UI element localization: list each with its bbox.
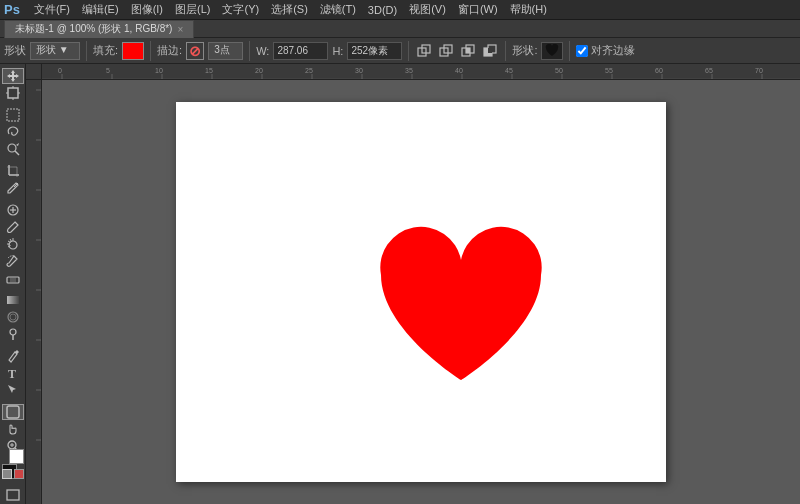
- text-tool[interactable]: T: [2, 365, 24, 381]
- menu-filter[interactable]: 滤镜(T): [314, 1, 362, 18]
- path-exclude-button[interactable]: [481, 42, 499, 60]
- menu-window[interactable]: 窗口(W): [452, 1, 504, 18]
- quick-mask-off[interactable]: [2, 469, 12, 479]
- quick-mask-on[interactable]: [14, 469, 24, 479]
- menu-image[interactable]: 图像(I): [125, 1, 169, 18]
- artboard-tool[interactable]: [2, 85, 24, 101]
- menu-help[interactable]: 帮助(H): [504, 1, 553, 18]
- svg-line-17: [15, 151, 19, 155]
- svg-text:15: 15: [205, 67, 213, 74]
- svg-point-32: [10, 329, 16, 335]
- svg-text:45: 45: [505, 67, 513, 74]
- left-toolbar: T: [0, 64, 26, 504]
- shape-picker-preview[interactable]: [541, 42, 563, 60]
- tab-bar: 未标题-1 @ 100% (形状 1, RGB/8*) ×: [0, 20, 800, 38]
- quick-select-tool[interactable]: [2, 141, 24, 157]
- stroke-label: 描边:: [157, 43, 182, 58]
- blur-tool[interactable]: [2, 309, 24, 325]
- eraser-tool[interactable]: [2, 270, 24, 286]
- tab-close-icon[interactable]: ×: [177, 24, 183, 35]
- svg-text:50: 50: [555, 67, 563, 74]
- screen-mode-icon[interactable]: [2, 484, 24, 504]
- canvas-area: 0 5 10 15 20 25 30 35 40: [26, 64, 800, 504]
- separator-5: [505, 41, 506, 61]
- lasso-tool[interactable]: [2, 124, 24, 140]
- svg-text:40: 40: [455, 67, 463, 74]
- svg-text:30: 30: [355, 67, 363, 74]
- shape-mode-label: 形状: [4, 43, 26, 58]
- screen-mode-btn[interactable]: [2, 484, 24, 504]
- menu-edit[interactable]: 编辑(E): [76, 1, 125, 18]
- fill-label: 填充:: [93, 43, 118, 58]
- dodge-tool[interactable]: [2, 326, 24, 342]
- menu-text[interactable]: 文字(Y): [216, 1, 265, 18]
- stroke-pts-button[interactable]: 3点: [208, 42, 243, 60]
- path-subtract-button[interactable]: [437, 42, 455, 60]
- fill-color-swatch[interactable]: [122, 42, 144, 60]
- align-edges-area: 对齐边缘: [576, 43, 635, 58]
- svg-rect-35: [7, 406, 19, 418]
- stroke-color-swatch[interactable]: ⊘: [186, 42, 204, 60]
- svg-text:25: 25: [305, 67, 313, 74]
- svg-rect-15: [7, 109, 19, 121]
- gradient-tool[interactable]: [2, 292, 24, 308]
- tab-label: 未标题-1 @ 100% (形状 1, RGB/8*): [15, 22, 172, 36]
- svg-text:70: 70: [755, 67, 763, 74]
- svg-rect-40: [7, 490, 19, 500]
- eyedropper-tool[interactable]: [2, 180, 24, 196]
- svg-text:35: 35: [405, 67, 413, 74]
- menu-select[interactable]: 选择(S): [265, 1, 314, 18]
- separator-1: [86, 41, 87, 61]
- align-edges-label: 对齐边缘: [591, 43, 635, 58]
- svg-rect-29: [7, 296, 19, 304]
- main-area: T: [0, 64, 800, 504]
- path-combine-button[interactable]: [415, 42, 433, 60]
- history-brush-tool[interactable]: [2, 253, 24, 269]
- svg-point-16: [8, 144, 16, 152]
- svg-rect-28: [10, 277, 16, 283]
- svg-rect-9: [488, 48, 492, 53]
- ruler-top: 0 5 10 15 20 25 30 35 40: [42, 64, 800, 80]
- shape-mode-button[interactable]: 形状 ▼: [30, 42, 80, 60]
- canvas-document: [176, 102, 666, 482]
- svg-point-26: [9, 241, 17, 249]
- hand-tool[interactable]: [2, 421, 24, 437]
- menu-file[interactable]: 文件(F): [28, 1, 76, 18]
- menu-3d[interactable]: 3D(D): [362, 3, 403, 17]
- svg-text:20: 20: [255, 67, 263, 74]
- svg-text:60: 60: [655, 67, 663, 74]
- ruler-left: 0: [26, 80, 42, 504]
- marquee-tool[interactable]: [2, 107, 24, 123]
- align-edges-checkbox[interactable]: [576, 45, 588, 57]
- svg-text:65: 65: [705, 67, 713, 74]
- path-select-tool[interactable]: [2, 382, 24, 398]
- shape-tool[interactable]: [2, 404, 24, 420]
- pen-tool[interactable]: [2, 348, 24, 364]
- svg-point-31: [10, 314, 16, 320]
- width-input[interactable]: [273, 42, 328, 60]
- svg-rect-6: [466, 48, 470, 53]
- svg-text:55: 55: [605, 67, 613, 74]
- background-color[interactable]: [9, 449, 24, 464]
- canvas-viewport: [42, 80, 800, 504]
- svg-text:5: 5: [106, 67, 110, 74]
- separator-2: [150, 41, 151, 61]
- clone-stamp-tool[interactable]: [2, 236, 24, 252]
- heal-tool[interactable]: [2, 202, 24, 218]
- shape-label-2: 形状:: [512, 43, 537, 58]
- height-input[interactable]: [347, 42, 402, 60]
- menu-bar: Ps 文件(F) 编辑(E) 图像(I) 图层(L) 文字(Y) 选择(S) 滤…: [0, 0, 800, 20]
- crop-tool[interactable]: [2, 163, 24, 179]
- app-logo: Ps: [4, 2, 20, 17]
- brush-tool[interactable]: [2, 219, 24, 235]
- move-tool[interactable]: [2, 68, 24, 84]
- svg-rect-10: [8, 88, 18, 98]
- width-label: W:: [256, 45, 269, 57]
- path-intersect-button[interactable]: [459, 42, 477, 60]
- menu-view[interactable]: 视图(V): [403, 1, 452, 18]
- ruler-corner: [26, 64, 42, 80]
- separator-3: [249, 41, 250, 61]
- document-tab[interactable]: 未标题-1 @ 100% (形状 1, RGB/8*) ×: [4, 20, 194, 38]
- options-bar: 形状 形状 ▼ 填充: 描边: ⊘ 3点 W: H: 形状: 对齐边缘: [0, 38, 800, 64]
- menu-layer[interactable]: 图层(L): [169, 1, 216, 18]
